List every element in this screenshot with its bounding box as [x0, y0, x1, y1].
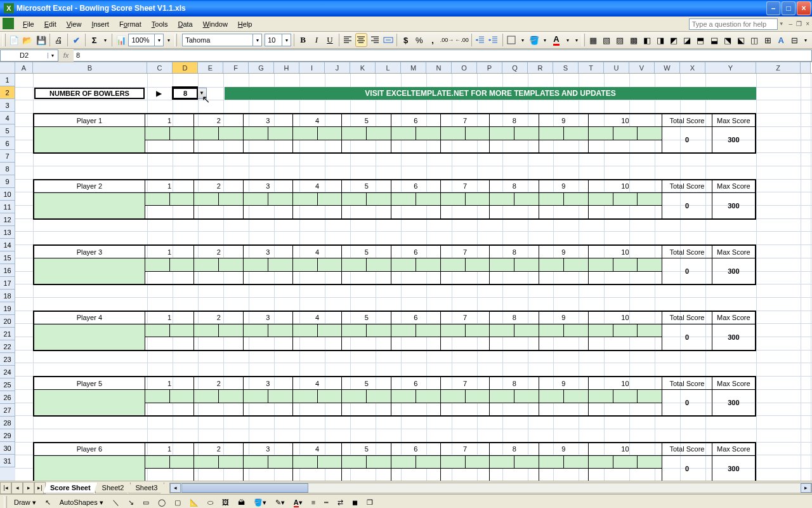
row-header-28[interactable]: 28: [0, 417, 15, 429]
throw-input[interactable]: [169, 324, 194, 337]
throw-input[interactable]: [268, 192, 292, 206]
fill-color-button[interactable]: 🪣: [528, 33, 540, 47]
row-header-6[interactable]: 6: [0, 137, 15, 150]
col-header-I[interactable]: I: [299, 62, 325, 73]
throw-input[interactable]: [169, 127, 194, 140]
player-name-input[interactable]: [34, 324, 145, 350]
autoshapes-menu[interactable]: AutoShapes ▾: [56, 497, 107, 508]
throw-input[interactable]: [613, 390, 638, 403]
throw-input[interactable]: [465, 127, 490, 140]
row-header-15[interactable]: 15: [0, 251, 15, 264]
throw-input[interactable]: [317, 455, 342, 469]
row-header-21[interactable]: 21: [0, 328, 15, 340]
throw-input[interactable]: [465, 324, 490, 337]
row-header-1[interactable]: 1: [0, 74, 15, 86]
throw-input[interactable]: [440, 324, 465, 337]
throw-input[interactable]: [342, 455, 367, 469]
throw-input[interactable]: [391, 324, 416, 337]
mdi-minimize-button[interactable]: –: [789, 20, 793, 27]
throw-input[interactable]: [416, 324, 440, 337]
throw-input[interactable]: [514, 455, 539, 469]
row-header-24[interactable]: 24: [0, 366, 15, 378]
rectangle-icon[interactable]: ▭: [140, 497, 152, 508]
throw-input[interactable]: [244, 390, 268, 403]
throw-input[interactable]: [490, 127, 514, 140]
autosum-icon[interactable]: Σ: [88, 33, 100, 47]
throw-input[interactable]: [588, 455, 613, 469]
throw-input[interactable]: [514, 390, 539, 403]
throw-input[interactable]: [145, 455, 169, 469]
throw-input[interactable]: [465, 258, 490, 272]
col-header-K[interactable]: K: [350, 62, 376, 73]
chart-icon[interactable]: 📊: [115, 33, 127, 47]
throw-input[interactable]: [391, 258, 416, 272]
comma-button[interactable]: ,: [426, 33, 438, 47]
throw-input[interactable]: [613, 258, 638, 272]
throw-input[interactable]: [490, 258, 514, 272]
toolbar-options-2-icon[interactable]: ▾: [573, 33, 580, 47]
throw-input[interactable]: [219, 390, 244, 403]
underline-button[interactable]: U: [324, 33, 336, 47]
throw-input[interactable]: [539, 192, 564, 206]
throw-input[interactable]: [145, 324, 169, 337]
throw-input[interactable]: [145, 192, 169, 206]
oval-icon[interactable]: ◯: [155, 497, 169, 508]
ext-icon-10[interactable]: ⬓: [708, 33, 720, 47]
ext-icon-9[interactable]: ⬒: [695, 33, 707, 47]
player-name[interactable]: Player 2: [34, 180, 145, 193]
row-header-25[interactable]: 25: [0, 378, 15, 391]
row-header-8[interactable]: 8: [0, 163, 15, 175]
row-header-2[interactable]: 2: [0, 86, 15, 99]
col-header-X[interactable]: X: [680, 62, 705, 73]
throw-input[interactable]: [539, 258, 564, 272]
throw-input[interactable]: [367, 455, 391, 469]
throw-input[interactable]: [292, 127, 317, 140]
throw-input[interactable]: [145, 390, 169, 403]
throw-input[interactable]: [588, 390, 613, 403]
col-header-F[interactable]: F: [223, 62, 249, 73]
throw-input[interactable]: [342, 192, 367, 206]
font-color-button[interactable]: A: [550, 33, 562, 47]
throw-input[interactable]: [342, 258, 367, 272]
throw-input[interactable]: [268, 127, 292, 140]
fx-icon[interactable]: fx: [58, 51, 74, 59]
col-header-J[interactable]: J: [325, 62, 350, 73]
throw-input[interactable]: [169, 390, 194, 403]
ext-icon-16[interactable]: ⊟: [789, 33, 801, 47]
throw-input[interactable]: [268, 390, 292, 403]
ext-icon-8[interactable]: ◪: [681, 33, 693, 47]
col-header-N[interactable]: N: [426, 62, 452, 73]
throw-input[interactable]: [416, 390, 440, 403]
throw-input[interactable]: [219, 324, 244, 337]
diagram-icon[interactable]: ⬭: [204, 497, 216, 508]
toolbar-options-icon[interactable]: ▾: [165, 33, 173, 47]
throw-input[interactable]: [317, 258, 342, 272]
throw-input[interactable]: [367, 127, 391, 140]
col-header-T[interactable]: T: [579, 62, 604, 73]
align-center-button[interactable]: [355, 33, 367, 47]
arrow-style-icon[interactable]: ⇄: [334, 497, 346, 508]
throw-input[interactable]: [514, 324, 539, 337]
col-header-U[interactable]: U: [604, 62, 629, 73]
throw-input[interactable]: [219, 258, 244, 272]
bold-button[interactable]: B: [297, 33, 309, 47]
zoom-input[interactable]: [129, 36, 154, 44]
clipart-icon[interactable]: 🖼: [219, 497, 232, 507]
row-header-14[interactable]: 14: [0, 239, 15, 251]
merge-cells-button[interactable]: [382, 33, 394, 47]
ext-icon-11[interactable]: ⬔: [721, 33, 733, 47]
throw-input[interactable]: [367, 192, 391, 206]
throw-input[interactable]: [490, 324, 514, 337]
italic-button[interactable]: I: [310, 33, 322, 47]
row-header-31[interactable]: 31: [0, 455, 15, 467]
throw-input[interactable]: [514, 127, 539, 140]
menu-view[interactable]: View: [62, 19, 87, 29]
bowlers-count-cell[interactable]: 8: [173, 88, 198, 100]
throw-input[interactable]: [219, 192, 244, 206]
wordart-icon[interactable]: 📐: [187, 497, 202, 508]
ext-icon-7[interactable]: ◩: [667, 33, 679, 47]
throw-input[interactable]: [391, 192, 416, 206]
throw-input[interactable]: [539, 455, 564, 469]
throw-input[interactable]: [367, 324, 391, 337]
ext-icon-6[interactable]: ◨: [654, 33, 666, 47]
